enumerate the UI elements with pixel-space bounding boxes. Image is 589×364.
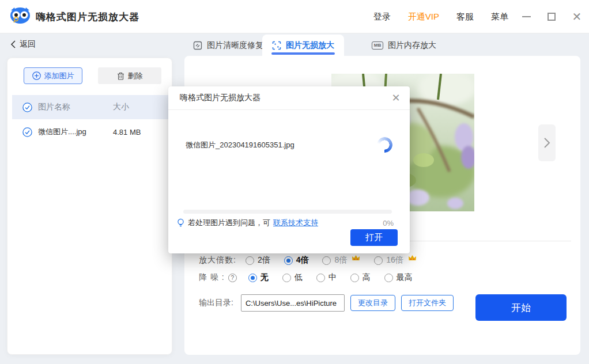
tab-image-clarity-repair[interactable]: 图片清晰度修复 bbox=[190, 35, 266, 56]
mb-icon: MB bbox=[372, 41, 383, 50]
tip-text: 若处理图片遇到问题，可 bbox=[188, 218, 270, 228]
expand-icon bbox=[272, 41, 281, 50]
minimize-icon bbox=[522, 16, 531, 17]
maximize-icon bbox=[548, 13, 556, 21]
next-image-button[interactable] bbox=[538, 124, 556, 161]
denoise-option-high[interactable]: 高 bbox=[350, 272, 371, 283]
active-tab-indicator bbox=[271, 52, 335, 55]
change-directory-button[interactable]: 更改目录 bbox=[350, 295, 395, 311]
select-all-checkbox[interactable] bbox=[22, 103, 34, 112]
radio-icon bbox=[350, 274, 359, 282]
file-table-header: 图片名称 大小 bbox=[12, 95, 168, 119]
progress-percent: 0% bbox=[383, 219, 394, 227]
radio-icon bbox=[282, 274, 291, 282]
scale-label: 放大倍数: bbox=[199, 255, 236, 266]
radio-icon bbox=[248, 274, 257, 282]
delete-button[interactable]: 删除 bbox=[98, 67, 161, 84]
back-button[interactable]: 返回 bbox=[10, 39, 36, 50]
customer-service-button[interactable]: 客服 bbox=[456, 12, 474, 22]
radio-icon bbox=[316, 274, 325, 282]
app-title: 嗨格式图片无损放大器 bbox=[36, 10, 139, 24]
radio-icon bbox=[384, 274, 393, 282]
open-vip-button[interactable]: 开通VIP bbox=[408, 12, 439, 22]
tab-label: 图片内存放大 bbox=[388, 40, 436, 51]
column-header-name: 图片名称 bbox=[34, 102, 106, 112]
radio-icon bbox=[284, 256, 293, 265]
add-image-label: 添加图片 bbox=[44, 71, 74, 81]
close-dialog-button[interactable]: ✕ bbox=[390, 92, 402, 104]
check-circle-icon bbox=[22, 103, 32, 112]
denoise-option-max[interactable]: 最高 bbox=[384, 272, 413, 283]
denoise-option-medium[interactable]: 中 bbox=[316, 272, 337, 283]
back-label: 返回 bbox=[20, 39, 36, 50]
radio-icon bbox=[246, 256, 254, 265]
chevron-left-icon bbox=[10, 40, 16, 48]
help-icon[interactable]: ? bbox=[228, 274, 237, 282]
scale-option-8x[interactable]: 8倍 bbox=[322, 255, 347, 266]
tab-label: 图片清晰度修复 bbox=[207, 40, 263, 51]
tab-memory-enlarge[interactable]: MB 图片内存放大 bbox=[369, 35, 439, 56]
repair-icon bbox=[193, 41, 202, 50]
output-dir-label: 输出目录: bbox=[199, 298, 233, 308]
scale-option-4x[interactable]: 4倍 bbox=[284, 255, 309, 266]
file-row[interactable]: 微信图片....jpg 4.81 MB bbox=[12, 119, 168, 145]
progress-bar bbox=[183, 210, 392, 214]
processing-file-row: 微信图片_202304191605351.jpg bbox=[186, 137, 392, 153]
denoise-label: 降 噪 : bbox=[199, 272, 225, 283]
scale-option-2x[interactable]: 2倍 bbox=[246, 255, 270, 266]
menu-button[interactable]: 菜单 bbox=[491, 12, 508, 22]
open-button[interactable]: 打开 bbox=[350, 229, 398, 246]
lightbulb-icon bbox=[176, 218, 185, 227]
processing-file-name: 微信图片_202304191605351.jpg bbox=[186, 140, 294, 150]
column-header-size: 大小 bbox=[106, 102, 129, 112]
scale-factor-row: 放大倍数: 2倍 4倍 8倍 16倍 bbox=[199, 255, 431, 266]
add-image-button[interactable]: 添加图片 bbox=[24, 67, 82, 84]
check-circle-icon bbox=[22, 127, 32, 137]
dialog-tip-row: 若处理图片遇到问题，可 联系技术支持 0% bbox=[176, 218, 394, 228]
vip-crown-icon bbox=[408, 254, 417, 261]
top-navigation: 登录 开通VIP 客服 菜单 bbox=[373, 0, 508, 33]
file-name: 微信图片....jpg bbox=[34, 127, 106, 137]
dialog-title: 嗨格式图片无损放大器 bbox=[180, 93, 260, 103]
denoise-option-low[interactable]: 低 bbox=[282, 272, 303, 283]
chevron-right-icon bbox=[543, 137, 550, 149]
maximize-button[interactable] bbox=[546, 12, 557, 22]
titlebar: 嗨格式图片无损放大器 登录 开通VIP 客服 菜单 ✕ bbox=[0, 0, 589, 33]
add-circle-icon bbox=[32, 71, 41, 80]
app-logo-owl-icon bbox=[9, 7, 31, 25]
window-controls: ✕ bbox=[521, 0, 582, 33]
output-directory-row: 输出目录: 更改目录 打开文件夹 bbox=[199, 294, 454, 312]
trash-icon bbox=[117, 72, 124, 80]
vip-crown-icon bbox=[352, 254, 360, 261]
output-path-input[interactable] bbox=[241, 294, 345, 312]
radio-icon bbox=[374, 256, 383, 265]
row-checkbox[interactable] bbox=[22, 127, 34, 137]
processing-dialog: 嗨格式图片无损放大器 ✕ 微信图片_202304191605351.jpg 若处… bbox=[168, 86, 410, 253]
file-size: 4.81 MB bbox=[106, 128, 141, 136]
delete-label: 删除 bbox=[128, 71, 143, 81]
loading-spinner-icon bbox=[377, 137, 392, 153]
tab-label: 图片无损放大 bbox=[286, 40, 334, 51]
contact-support-link[interactable]: 联系技术支持 bbox=[273, 218, 318, 228]
close-window-button[interactable]: ✕ bbox=[572, 12, 582, 22]
login-button[interactable]: 登录 bbox=[373, 12, 391, 22]
denoise-row: 降 噪 : ? 无 低 中 高 最高 bbox=[199, 272, 426, 283]
file-list-panel: 添加图片 删除 图片名称 大小 bbox=[7, 58, 172, 355]
start-button[interactable]: 开始 bbox=[475, 294, 567, 321]
app-window: 嗨格式图片无损放大器 登录 开通VIP 客服 菜单 ✕ 返回 添加图片 bbox=[0, 0, 589, 364]
minimize-button[interactable] bbox=[521, 12, 531, 22]
denoise-option-none[interactable]: 无 bbox=[248, 272, 269, 283]
radio-icon bbox=[322, 256, 331, 265]
open-folder-button[interactable]: 打开文件夹 bbox=[401, 295, 454, 311]
scale-option-16x[interactable]: 16倍 bbox=[374, 255, 403, 266]
dialog-header: 嗨格式图片无损放大器 ✕ bbox=[168, 86, 410, 110]
